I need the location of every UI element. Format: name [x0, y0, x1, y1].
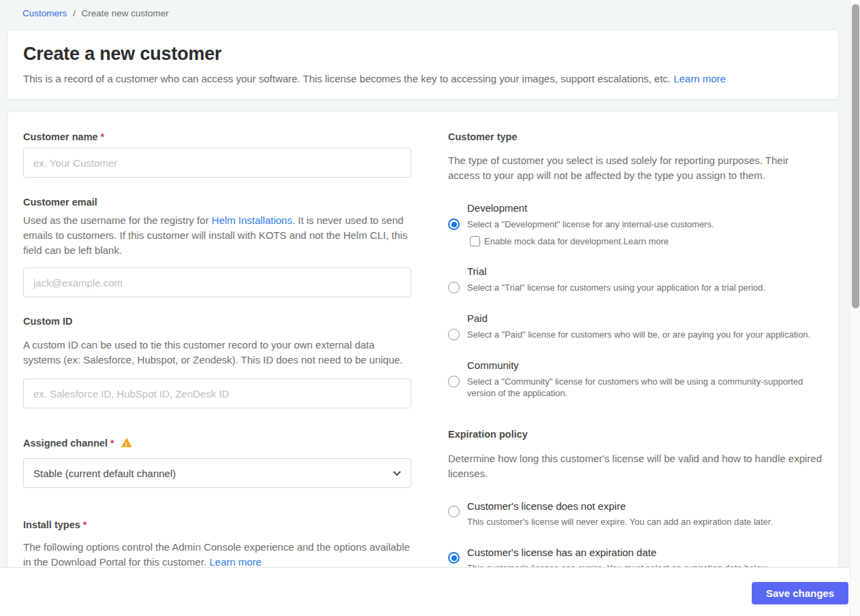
customer-type-option-community: Community Select a "Community" license f… — [448, 359, 823, 399]
option-title: Community — [467, 359, 823, 372]
development-radio[interactable] — [448, 218, 460, 230]
option-title: Customer's license does not expire — [467, 499, 773, 513]
page-scrollbar-track[interactable] — [850, 0, 860, 616]
option-description: Select a "Community" license for custome… — [467, 376, 823, 399]
custom-id-description: A custom ID can be used to tie this cust… — [23, 338, 411, 368]
customer-email-label: Customer email — [23, 195, 411, 209]
page-description-text: This is a record of a customer who can a… — [23, 73, 671, 84]
paid-radio[interactable] — [448, 329, 460, 340]
breadcrumb-separator: / — [73, 8, 76, 18]
email-desc-before: Used as the username for the registry fo… — [23, 214, 212, 226]
breadcrumb-current: Create new customer — [82, 8, 169, 18]
customer-email-description: Used as the username for the registry fo… — [23, 213, 411, 258]
form-left-column: Customer name* Customer email Used as th… — [23, 130, 411, 574]
customer-type-option-trial: Trial Select a "Trial" license for custo… — [448, 265, 823, 293]
customer-email-input[interactable] — [23, 268, 411, 297]
assigned-channel-select[interactable]: Stable (current default channel) — [23, 458, 411, 488]
customer-form-card: Customer name* Customer email Used as th… — [7, 111, 839, 587]
breadcrumb-customers-link[interactable]: Customers — [22, 8, 67, 18]
mock-data-row: Enable mock data for development. Learn … — [470, 236, 823, 246]
footer-bar: Save changes — [0, 567, 860, 616]
required-asterisk: * — [83, 519, 87, 530]
breadcrumb: Customers / Create new customer — [0, 0, 860, 29]
page-description: This is a record of a customer who can a… — [23, 72, 823, 86]
option-title: Development — [467, 201, 823, 215]
option-description: Select a "Development" license for any i… — [467, 218, 714, 230]
assigned-channel-label-text: Assigned channel — [23, 438, 108, 449]
form-right-column: Customer type The type of customer you s… — [448, 130, 823, 574]
warning-icon — [121, 438, 132, 447]
assigned-channel-section: Assigned channel* Stable (current defaul… — [23, 436, 411, 488]
option-title: Customer's license has an expiration dat… — [467, 545, 769, 560]
page-title: Create a new customer — [23, 43, 823, 65]
trial-radio[interactable] — [448, 282, 460, 293]
custom-id-label: Custom ID — [23, 314, 411, 328]
customer-type-option-paid: Paid Select a "Paid" license for custome… — [448, 312, 823, 340]
community-radio[interactable] — [448, 376, 460, 387]
install-types-label-text: Install types — [23, 519, 80, 530]
helm-installations-link[interactable]: Helm Installations — [212, 214, 292, 226]
option-title: Trial — [467, 265, 823, 278]
customer-name-section: Customer name* — [23, 130, 411, 178]
option-title: Paid — [467, 312, 823, 325]
option-description: This customer's license will never expir… — [467, 516, 773, 528]
install-types-label: Install types* — [23, 518, 411, 532]
option-description: Select a "Trial" license for customers u… — [467, 282, 765, 293]
customer-type-option-development: Development Select a "Development" licen… — [448, 201, 823, 246]
option-description: Select a "Paid" license for customers wh… — [467, 329, 810, 340]
expiration-policy-label: Expiration policy — [448, 427, 823, 441]
expiration-policy-section: Expiration policy Determine how long thi… — [448, 427, 823, 574]
custom-id-section: Custom ID A custom ID can be used to tie… — [23, 314, 411, 408]
license-has-expiration-radio[interactable] — [448, 552, 460, 564]
expiration-policy-description: Determine how long this customer's licen… — [448, 451, 823, 481]
customer-name-label-text: Customer name — [23, 131, 98, 142]
required-asterisk: * — [101, 131, 105, 142]
customer-name-input[interactable] — [23, 148, 411, 178]
install-types-learn-more-link[interactable]: Learn more — [209, 556, 261, 568]
customer-type-description: The type of customer you select is used … — [448, 153, 823, 183]
save-changes-button[interactable]: Save changes — [752, 582, 848, 604]
assigned-channel-label: Assigned channel* — [23, 436, 411, 450]
customer-email-section: Customer email Used as the username for … — [23, 195, 411, 297]
page-header-card: Create a new customer This is a record o… — [7, 29, 839, 100]
customer-name-label: Customer name* — [23, 130, 411, 144]
customer-type-label: Customer type — [448, 130, 823, 144]
mock-data-learn-more-link[interactable]: Learn more — [624, 236, 669, 246]
license-does-not-expire-radio[interactable] — [448, 506, 460, 517]
required-asterisk: * — [110, 438, 114, 449]
install-types-section: Install types* The following options con… — [23, 518, 411, 570]
customer-type-section: Customer type The type of customer you s… — [448, 130, 823, 399]
enable-mock-data-checkbox[interactable] — [470, 236, 480, 246]
install-types-description: The following options control the Admin … — [23, 540, 411, 570]
mock-data-label: Enable mock data for development. — [484, 236, 624, 246]
custom-id-input[interactable] — [23, 378, 411, 408]
header-learn-more-link[interactable]: Learn more — [673, 73, 726, 84]
scrollbar-thumb[interactable] — [852, 4, 859, 308]
expiration-option-no-expire: Customer's license does not expire This … — [448, 499, 823, 528]
